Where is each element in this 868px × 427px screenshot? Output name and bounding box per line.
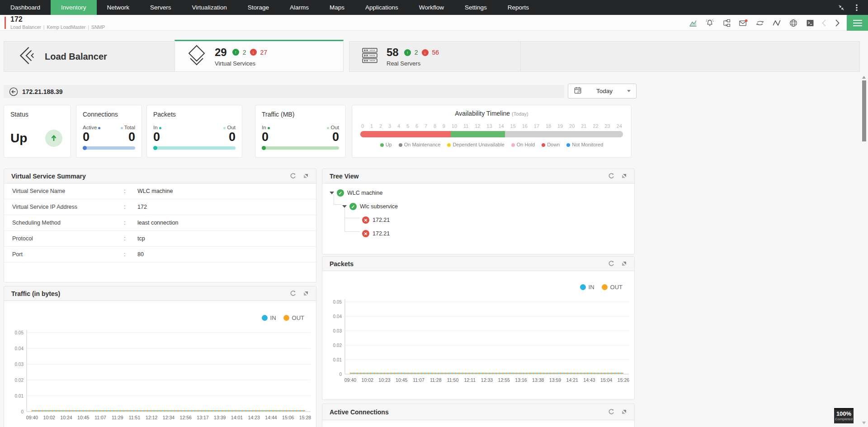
nav-item-storage[interactable]: Storage [237,0,279,15]
tree-node-wlc-subservice[interactable]: ✓Wlc subservice [322,200,634,213]
nav-item-virtualization[interactable]: Virtualization [182,0,237,15]
scroll-thumb[interactable] [862,80,866,141]
alarm-bell-icon[interactable] [705,19,714,28]
nav-item-reports[interactable]: Reports [497,0,539,15]
progress-label: Completed [834,417,854,421]
nav-item-network[interactable]: Network [97,0,140,15]
tree-expander-icon[interactable] [342,205,347,208]
tree-view-panel: Tree View ✓WLC machine✓Wlc subservice✕17… [322,169,635,254]
total-value: 0 [128,131,135,143]
y-tick-label: 0.03 [333,328,342,333]
progress-value: 100% [834,410,854,417]
refresh-icon[interactable] [290,291,296,297]
hour-label: 17 [534,123,539,129]
x-tick-label: 14:01 [231,415,243,420]
mail-icon[interactable] [739,19,748,28]
x-tick-label: 11:51 [129,415,141,420]
menu-icon[interactable] [847,15,868,31]
waveform-icon[interactable] [772,19,781,28]
tree-node-172-21[interactable]: ✕172.21 [322,213,634,227]
expand-icon[interactable] [621,261,627,267]
down-count: 27 [260,49,268,56]
nav-item-settings[interactable]: Settings [454,0,497,15]
x-tick-label: 15:26 [618,377,629,383]
x-tick-label: 09:40 [26,415,38,420]
metric-labels: InOut [262,125,339,130]
summary-label: Virtual Service IP Address [4,204,124,210]
hour-label: 23 [604,123,610,129]
nav-item-inventory[interactable]: Inventory [51,0,97,15]
hour-label: 18 [546,123,551,129]
tab-virtual-services[interactable]: 29↑2↓27Virtual Services [175,40,344,72]
kebab-menu-icon[interactable] [853,4,861,12]
nav-item-servers[interactable]: Servers [140,0,182,15]
refresh-icon[interactable] [608,261,614,267]
y-tick-label: 0.04 [333,314,342,319]
sync-icon[interactable] [755,19,764,28]
summary-colon: : [124,188,137,194]
nav-item-applications[interactable]: Applications [355,0,409,15]
period-selector[interactable]: Today [568,84,637,99]
hour-label: 16 [522,123,528,129]
scroll-down-arrow[interactable] [862,422,866,424]
timeline-segment-down [360,131,451,137]
nav-item-maps[interactable]: Maps [319,0,355,15]
y-tick-label: 0.01 [15,394,24,399]
vertical-scrollbar[interactable] [862,76,867,424]
back-button[interactable] [9,87,18,96]
hour-label: 3 [388,123,391,129]
tree-expander-icon[interactable] [330,192,334,194]
tree-node-wlc-machine[interactable]: ✓WLC machine [322,186,634,200]
x-tick-label: 09:40 [344,377,356,383]
device-type-label: Load Balancer [45,52,107,62]
up-arrow-icon: ↑ [404,49,411,56]
breadcrumb-separator: | [88,24,89,30]
metric-bar [153,146,236,150]
hour-label: 9 [443,123,445,129]
legend-not-monitored: Not Monitored [566,142,603,147]
overview-tabstrip: Load Balancer 29↑2↓27Virtual Services58↑… [0,41,868,72]
tab-real-servers[interactable]: 58↑2↓56Real Servers [349,41,521,72]
tree-node-172-21[interactable]: ✕172.21 [322,227,634,240]
traffic-mb-card: Traffic (MB)InOut00 [255,105,346,158]
summary-row-virtual-service-ip-address: Virtual Service IP Address:172 [4,199,316,215]
timeline-bar [360,131,623,137]
expand-icon[interactable] [621,173,627,179]
summary-row-protocol: Protocol:tcp [4,231,316,247]
globe-icon[interactable] [789,19,798,28]
x-tick-label: 10:45 [396,377,407,383]
chevron-right-icon[interactable] [833,15,842,31]
nav-item-dashboard[interactable]: Dashboard [0,0,51,15]
tab-label: Real Servers [387,60,439,67]
scroll-up-arrow[interactable] [862,76,866,79]
y-tick-label: 0.05 [333,300,342,305]
refresh-icon[interactable] [608,173,614,179]
x-tick-label: 15:06 [282,415,294,420]
collapse-icon[interactable] [837,4,845,12]
legend-up: Up [380,142,392,147]
y-tick-label: 0.05 [15,330,24,335]
tab-count: 58 [387,46,399,59]
terminal-icon[interactable] [806,19,815,28]
refresh-icon[interactable] [608,409,614,415]
panel-title: Virtual Service Summary [11,173,290,180]
hour-label: 7 [425,123,427,129]
expand-icon[interactable] [302,291,309,297]
expand-icon[interactable] [302,173,309,179]
device-type-block: Load Balancer [4,41,178,72]
summary-value: 80 [137,251,144,258]
nav-item-alarms[interactable]: Alarms [279,0,319,15]
nav-items: DashboardInventoryNetworkServersVirtuali… [0,0,539,15]
chevron-left-icon[interactable] [819,15,828,31]
compare-icon[interactable] [722,19,731,28]
y-tick-label: 0.04 [15,346,24,351]
refresh-icon[interactable] [290,173,296,179]
nav-item-workflow[interactable]: Workflow [409,0,454,15]
summary-colon: : [124,204,137,210]
area-chart-icon[interactable] [689,19,698,28]
in-label: In [262,125,271,130]
virtual-services-icon [187,44,207,69]
hour-label: 24 [617,123,622,129]
x-tick-label: 12:12 [146,415,157,420]
expand-icon[interactable] [621,409,627,415]
